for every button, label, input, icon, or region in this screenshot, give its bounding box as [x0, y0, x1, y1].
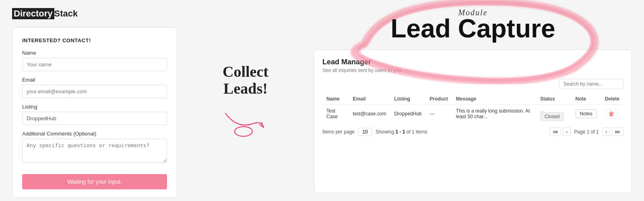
lead-manager-footer: Items per page Showing 1 - 1 of 1 items … [322, 127, 623, 136]
col-note: Note [572, 93, 601, 105]
module-header: Module Lead Capture [314, 8, 632, 41]
col-delete: Delete [601, 93, 623, 105]
items-per-page-input[interactable] [358, 128, 372, 136]
middle-panel: Collect Leads! [189, 0, 302, 201]
cell-status: ⌄ Closed [536, 105, 572, 123]
svg-point-0 [235, 127, 252, 136]
last-page-button[interactable]: ⏭ [612, 127, 623, 136]
next-page-button[interactable]: › [602, 127, 610, 136]
pagination-controls: ⏮ ‹ Page 1 of 1 › ⏭ [549, 127, 623, 136]
lead-manager-card: Lead Manager See all inquiries sent by u… [314, 49, 632, 193]
col-listing: Listing [390, 93, 425, 105]
leads-table: Name Email Listing Product Message Statu… [322, 93, 623, 123]
delete-button[interactable]: 🗑 [605, 109, 618, 119]
cell-name: Test Case [322, 105, 349, 123]
comments-label: Additional Comments (Optional) [22, 131, 167, 137]
left-panel: Directory Stack INTERESTED? CONTACT! Nam… [0, 0, 189, 201]
lead-manager-title: Lead Manager [322, 58, 623, 66]
logo-highlight: Directory [12, 8, 54, 19]
status-badge[interactable]: Closed [540, 112, 564, 121]
module-title: Lead Capture [314, 16, 632, 41]
cell-delete: 🗑 [601, 105, 623, 123]
table-header-row: Name Email Listing Product Message Statu… [322, 93, 623, 105]
table-row: Test Case test@case.com DroppedHub --- T… [322, 105, 623, 123]
prev-page-button[interactable]: ‹ [563, 127, 571, 136]
collect-leads-text: Collect Leads! [223, 64, 268, 97]
listing-input[interactable] [22, 112, 167, 125]
contact-card: INTERESTED? CONTACT! Name Email Listing … [12, 27, 177, 198]
name-label: Name [22, 50, 167, 56]
cell-note: Notes [572, 105, 601, 123]
email-input[interactable] [22, 85, 167, 98]
first-page-button[interactable]: ⏮ [549, 127, 561, 136]
name-field-group: Name [22, 50, 167, 71]
cell-message: This is a really long submission. At lea… [452, 105, 536, 123]
email-field-group: Email [22, 77, 167, 98]
lead-manager-subtitle: See all inquiries sent by users to you. [322, 68, 623, 73]
comments-textarea[interactable] [22, 139, 167, 163]
cell-email: test@case.com [349, 105, 390, 123]
submit-button[interactable]: Waiting for your input. [22, 174, 167, 189]
logo: Directory Stack [12, 8, 177, 19]
notes-button[interactable]: Notes [576, 109, 597, 118]
contact-form-title: INTERESTED? CONTACT! [22, 37, 167, 43]
lead-manager-toolbar [322, 79, 623, 89]
showing-text: Showing 1 - 1 of 1 items [376, 129, 427, 135]
listing-label: Listing [22, 104, 167, 110]
col-message: Message [452, 93, 536, 105]
col-product: Product [426, 93, 452, 105]
arrow-decoration [221, 105, 270, 137]
comments-field-group: Additional Comments (Optional) [22, 131, 167, 164]
footer-left: Items per page Showing 1 - 1 of 1 items [322, 128, 427, 136]
cell-listing: DroppedHub [390, 105, 425, 123]
name-input[interactable] [22, 58, 167, 71]
right-panel: Module Lead Capture Lead Manager See all… [302, 0, 644, 201]
listing-field-group: Listing [22, 104, 167, 125]
items-per-page-label: Items per page [322, 129, 355, 135]
logo-text: Stack [54, 8, 78, 19]
email-label: Email [22, 77, 167, 83]
cell-product: --- [426, 105, 452, 123]
col-email: Email [349, 93, 390, 105]
col-name: Name [322, 93, 349, 105]
col-status: Status [536, 93, 572, 105]
lead-search-input[interactable] [559, 79, 623, 89]
page-label: Page 1 of 1 [574, 129, 599, 135]
